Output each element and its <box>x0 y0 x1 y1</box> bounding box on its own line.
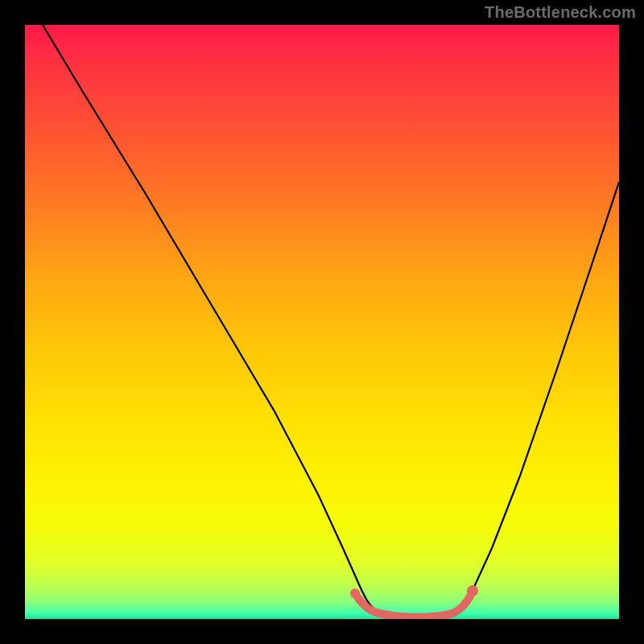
plot-area <box>25 25 619 619</box>
bottleneck-curve <box>25 25 619 619</box>
highlight-dot-left <box>350 588 360 598</box>
chart-frame: TheBottleneck.com <box>0 0 644 644</box>
highlight-dot-right <box>467 585 478 597</box>
curve-highlight <box>355 592 473 617</box>
watermark-text: TheBottleneck.com <box>485 3 636 22</box>
curve-path <box>43 25 619 617</box>
